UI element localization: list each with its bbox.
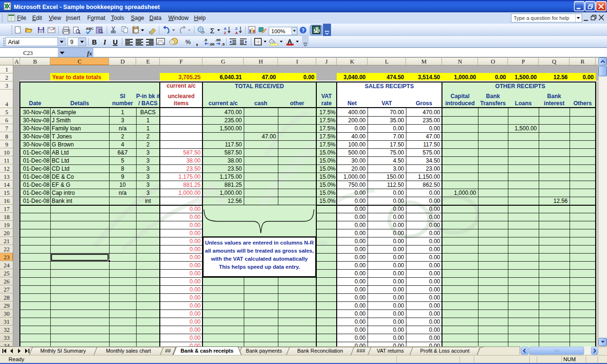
svg-text:I: I [103,39,106,46]
svg-text:0.00: 0.00 [429,294,441,301]
svg-text:9: 9 [121,173,124,180]
svg-text:750.00: 750.00 [348,182,366,188]
svg-text:9: 9 [70,39,74,46]
svg-text:21: 21 [4,238,10,245]
svg-text:0.00: 0.00 [393,125,405,132]
svg-text:G: G [221,58,225,65]
svg-text:881.25: 881.25 [224,182,242,188]
svg-text:with the VAT calculated automa: with the VAT calculated automatically [211,256,308,262]
svg-text:F: F [180,58,183,65]
svg-text:0.00: 0.00 [355,318,366,325]
svg-text:0.00: 0.00 [190,278,201,285]
svg-text:1,500.00: 1,500.00 [515,74,537,81]
svg-text:0.00: 0.00 [393,230,405,237]
svg-text:11: 11 [4,157,9,164]
svg-text:0.00: 0.00 [190,302,201,309]
svg-text:0.00: 0.00 [393,270,405,277]
svg-text:15: 15 [4,190,10,196]
svg-text:0.00: 0.00 [190,246,201,253]
svg-text:117.50: 117.50 [225,141,242,148]
svg-text:15.0%: 15.0% [319,149,335,156]
svg-text:30-Nov-08: 30-Nov-08 [23,117,49,124]
svg-text:Loans: Loans [515,100,532,107]
svg-text:Unless values are entered in c: Unless values are entered in columns N-R [205,240,314,246]
svg-text:B: B [33,58,37,65]
svg-text:current a/c: current a/c [166,82,196,89]
svg-text:38.00: 38.00 [186,157,201,164]
svg-text:all amounts will be treated as: all amounts will be treated as gross sal… [205,248,313,254]
svg-text:24: 24 [4,262,10,269]
svg-text:0.00: 0.00 [355,262,366,269]
svg-text:01-Dec-08: 01-Dec-08 [23,157,49,164]
svg-text:1,500.00: 1,500.00 [220,125,242,132]
svg-text:3: 3 [121,117,124,124]
svg-text:16: 16 [4,198,10,204]
svg-text:0.00: 0.00 [429,230,441,237]
svg-text:0.00: 0.00 [190,238,201,245]
svg-text:VAT: VAT [321,93,332,100]
svg-text:5: 5 [121,157,124,164]
svg-text:Bank Reconciliation: Bank Reconciliation [297,348,343,354]
svg-text:P-in bk #: P-in bk # [136,93,160,100]
svg-text:0.00: 0.00 [355,294,366,301]
svg-text:Bank: Bank [547,93,561,100]
svg-text:17.5%: 17.5% [319,133,335,140]
svg-text:0.00: 0.00 [355,278,366,285]
svg-text:0.00: 0.00 [190,206,201,212]
svg-text:1,175.00: 1,175.00 [220,173,242,180]
svg-text:0.00: 0.00 [355,270,366,277]
svg-text:01-Dec-08: 01-Dec-08 [23,149,49,156]
svg-text:100%: 100% [271,28,285,34]
svg-text:29: 29 [4,302,10,309]
svg-text:30-Nov-08: 30-Nov-08 [23,141,49,148]
svg-text:###: ### [357,348,366,354]
svg-text:.00: .00 [209,42,215,46]
svg-text:0.00: 0.00 [429,206,441,212]
svg-text:H: H [258,58,263,65]
svg-text:K: K [350,58,354,65]
svg-text:0.00: 0.00 [429,270,441,277]
svg-text:6,040.31: 6,040.31 [220,74,242,81]
svg-text:A: A [224,27,227,31]
svg-text:3: 3 [5,82,8,89]
svg-text:7: 7 [5,125,8,132]
svg-text:1,000.00: 1,000.00 [343,173,366,180]
svg-text:NUM: NUM [563,356,576,362]
svg-text:235.00: 235.00 [423,117,440,124]
svg-text:01-Dec-08: 01-Dec-08 [23,165,49,172]
svg-text:0.00: 0.00 [190,222,201,228]
svg-text:0.00: 0.00 [355,254,366,261]
svg-text:17.50: 17.50 [390,141,404,148]
svg-text:n/a: n/a [119,190,127,196]
svg-text:35.00: 35.00 [390,117,404,124]
svg-text:Others: Others [573,100,592,107]
svg-text:1,000.00: 1,000.00 [220,190,242,196]
svg-text:0.00: 0.00 [393,286,405,293]
svg-text:15.0%: 15.0% [319,165,335,172]
svg-text:0.00: 0.00 [355,327,366,333]
svg-text:25: 25 [4,270,10,277]
svg-text:Help: Help [194,15,206,21]
svg-text:0.00: 0.00 [355,214,366,220]
svg-text:23.50: 23.50 [228,165,242,172]
svg-text:30: 30 [4,310,10,317]
svg-text:rate: rate [321,100,331,107]
svg-text:0.00: 0.00 [429,238,441,245]
svg-text:20: 20 [4,230,10,237]
svg-text:Year to date totals: Year to date totals [52,74,101,81]
svg-text:2: 2 [5,74,8,81]
svg-text:23.00: 23.00 [426,165,440,172]
svg-text:A Sample: A Sample [52,109,76,116]
svg-text:cash: cash [254,100,267,107]
svg-text:O: O [491,58,495,65]
svg-text:1,000.00: 1,000.00 [454,190,476,196]
svg-text:10: 10 [120,182,126,188]
svg-text:?: ? [302,27,304,33]
svg-text:3: 3 [147,182,150,188]
svg-text:3: 3 [147,173,150,180]
svg-text:17.5%: 17.5% [319,109,335,116]
svg-text:0.00: 0.00 [393,294,405,301]
svg-text:23: 23 [4,254,10,261]
svg-text:17.5%: 17.5% [319,125,335,132]
svg-text:U: U [113,38,118,46]
